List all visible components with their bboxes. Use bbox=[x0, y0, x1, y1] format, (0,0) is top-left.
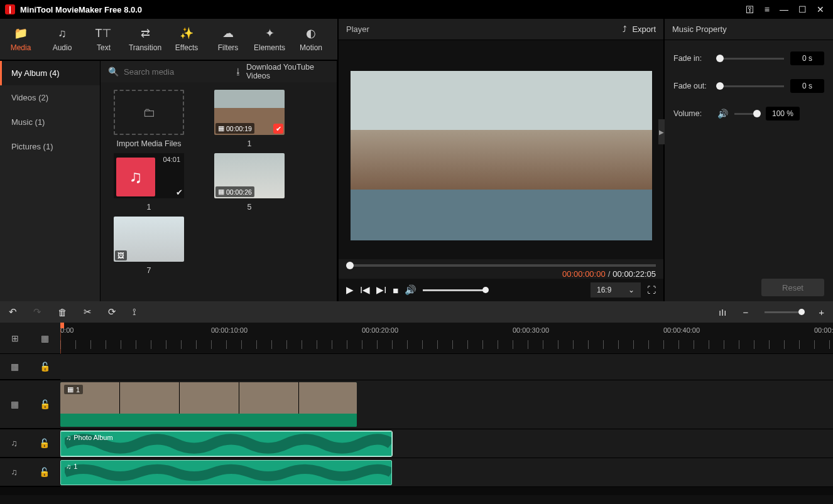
close-button[interactable]: ✕ bbox=[817, 4, 824, 14]
media-duration: 04:01 bbox=[163, 156, 180, 163]
sidebar-item-videos[interactable]: Videos (2) bbox=[0, 85, 100, 110]
fade-out-value[interactable]: 0 s bbox=[790, 79, 824, 93]
lock-icon[interactable]: 🔓 bbox=[40, 399, 50, 409]
folder-icon: 🗀 bbox=[143, 105, 155, 120]
delete-button[interactable]: 🗑 bbox=[58, 307, 67, 318]
timeline-audio-clip-2[interactable]: ♫1 bbox=[60, 460, 392, 485]
sidebar-item-music[interactable]: Music (1) bbox=[0, 110, 100, 134]
minimize-button[interactable]: — bbox=[780, 4, 788, 14]
timeline-audio-clip-1[interactable]: ♫Photo Album bbox=[60, 431, 392, 456]
overlay-track: ▦🔓 bbox=[0, 354, 833, 380]
media-item-label: 1 bbox=[248, 139, 252, 148]
music-note-icon: ♫ bbox=[11, 438, 18, 448]
text-icon: T⊤ bbox=[95, 26, 112, 40]
sidebar-item-myalbum[interactable]: My Album (4) bbox=[0, 61, 100, 85]
music-icon: ♫ bbox=[116, 158, 155, 196]
add-track-button[interactable]: ⊞ bbox=[11, 333, 19, 343]
timeline: ↶ ↷ 🗑 ✂ ⟳ ⟟ ıIı − + ⊞ ▦ 0:00 00:00:10:00… bbox=[0, 301, 833, 495]
play-button[interactable]: ▶ bbox=[346, 284, 354, 296]
video-track: ▦🔓 ▦1 bbox=[0, 380, 833, 429]
playhead[interactable] bbox=[60, 323, 61, 354]
aspect-select[interactable]: 16:9⌄ bbox=[591, 282, 641, 298]
volume-slider[interactable] bbox=[423, 289, 486, 291]
effects-icon: ✨ bbox=[180, 26, 193, 40]
timeline-hscroll[interactable] bbox=[0, 487, 833, 495]
prev-frame-button[interactable]: I◀ bbox=[360, 284, 370, 296]
tab-effects[interactable]: ✨Effects bbox=[166, 19, 207, 60]
media-item-label: 7 bbox=[147, 266, 151, 275]
fade-in-value[interactable]: 0 s bbox=[790, 51, 824, 65]
titlebar: ┃ MiniTool MovieMaker Free 8.0.0 ⚿ ≡ — ☐… bbox=[0, 0, 833, 19]
left-panel: My Album (4) Videos (2) Music (1) Pictur… bbox=[0, 19, 337, 301]
timeline-video-clip[interactable]: ▦1 bbox=[60, 382, 357, 427]
timeline-ruler[interactable]: 0:00 00:00:10:00 00:00:20:00 00:00:30:00… bbox=[60, 323, 833, 354]
media-area: 🔍 ⭳Download YouTube Videos 🗀 Import Medi… bbox=[101, 61, 337, 301]
elements-icon: ✦ bbox=[265, 26, 275, 40]
tab-filters[interactable]: ☁Filters bbox=[207, 19, 249, 60]
split-button[interactable]: ✂ bbox=[84, 306, 92, 318]
volume-slider-prop[interactable] bbox=[734, 113, 760, 115]
media-item-video-5[interactable]: ▦00:00:26 bbox=[214, 153, 285, 198]
volume-label: Volume: bbox=[673, 109, 711, 118]
video-preview[interactable] bbox=[351, 71, 652, 240]
image-icon: 🖼 bbox=[115, 250, 127, 260]
fade-out-slider[interactable] bbox=[717, 85, 784, 87]
tab-transition[interactable]: ⇄Transition bbox=[124, 19, 166, 60]
chevron-down-icon: ⌄ bbox=[628, 286, 634, 294]
window-controls: ⚿ ≡ — ☐ ✕ bbox=[746, 4, 828, 14]
volume-icon[interactable]: 🔊 bbox=[405, 284, 416, 296]
volume-value[interactable]: 100 % bbox=[766, 107, 800, 121]
reset-button[interactable]: Reset bbox=[761, 279, 824, 296]
fullscreen-button[interactable]: ⛶ bbox=[647, 285, 656, 295]
media-item-video-1[interactable]: ▦00:00:19 ✔ bbox=[214, 90, 285, 135]
media-item-label: 5 bbox=[248, 203, 252, 212]
undo-button[interactable]: ↶ bbox=[9, 306, 17, 318]
motion-icon: ◐ bbox=[306, 26, 316, 40]
speed-button[interactable]: ⟳ bbox=[108, 306, 116, 318]
check-icon: ✔ bbox=[176, 188, 183, 197]
film-icon: ▦ bbox=[11, 399, 19, 409]
tab-media[interactable]: 📁Media bbox=[0, 19, 41, 60]
collapse-panel-button[interactable]: ▶ bbox=[658, 119, 665, 144]
film-icon: ▦ bbox=[67, 385, 74, 394]
app-title: MiniTool MovieMaker Free 8.0.0 bbox=[20, 5, 746, 14]
time-display: 00:00:00:00 / 00:00:22:05 bbox=[339, 269, 663, 279]
fade-in-slider[interactable] bbox=[717, 58, 784, 60]
fade-in-label: Fade in: bbox=[673, 54, 711, 63]
maximize-button[interactable]: ☐ bbox=[798, 4, 807, 14]
export-button[interactable]: ⤴Export bbox=[623, 24, 656, 34]
download-icon: ⭳ bbox=[234, 67, 242, 76]
media-item-picture-7[interactable]: 🖼 bbox=[114, 217, 184, 262]
import-label: Import Media Files bbox=[117, 139, 182, 148]
zoom-out-button[interactable]: − bbox=[743, 307, 748, 318]
tab-elements[interactable]: ✦Elements bbox=[249, 19, 290, 60]
video-icon: ▦ bbox=[218, 124, 224, 132]
lock-icon[interactable]: 🔓 bbox=[39, 467, 50, 477]
hamburger-icon[interactable]: ≡ bbox=[765, 4, 770, 14]
snap-button[interactable]: ıIı bbox=[719, 307, 727, 318]
media-item-music-1[interactable]: ♫ 04:01 ✔ bbox=[114, 153, 184, 198]
import-media-button[interactable]: 🗀 bbox=[114, 90, 184, 135]
download-youtube-link[interactable]: ⭳Download YouTube Videos bbox=[234, 63, 329, 80]
speaker-icon[interactable]: 🔊 bbox=[717, 109, 728, 119]
transition-icon: ⇄ bbox=[141, 26, 150, 40]
media-item-label: 1 bbox=[147, 203, 151, 212]
redo-button[interactable]: ↷ bbox=[33, 306, 41, 318]
tab-text[interactable]: T⊤Text bbox=[83, 19, 124, 60]
check-icon: ✔ bbox=[273, 124, 283, 134]
key-icon[interactable]: ⚿ bbox=[746, 4, 754, 14]
music-note-icon: ♫ bbox=[58, 27, 67, 40]
next-frame-button[interactable]: ▶I bbox=[376, 284, 386, 296]
zoom-slider[interactable] bbox=[765, 311, 802, 313]
lock-icon[interactable]: 🔓 bbox=[39, 438, 50, 448]
track-manager-button[interactable]: ▦ bbox=[41, 333, 49, 343]
stop-button[interactable]: ■ bbox=[393, 285, 398, 296]
folder-icon: 📁 bbox=[14, 26, 28, 40]
sidebar-item-pictures[interactable]: Pictures (1) bbox=[0, 134, 100, 159]
tab-motion[interactable]: ◐Motion bbox=[290, 19, 332, 60]
crop-button[interactable]: ⟟ bbox=[133, 306, 136, 318]
zoom-in-button[interactable]: + bbox=[819, 307, 824, 318]
lock-icon[interactable]: 🔓 bbox=[40, 362, 50, 372]
search-input[interactable] bbox=[124, 67, 229, 77]
tab-audio[interactable]: ♫Audio bbox=[41, 19, 83, 60]
